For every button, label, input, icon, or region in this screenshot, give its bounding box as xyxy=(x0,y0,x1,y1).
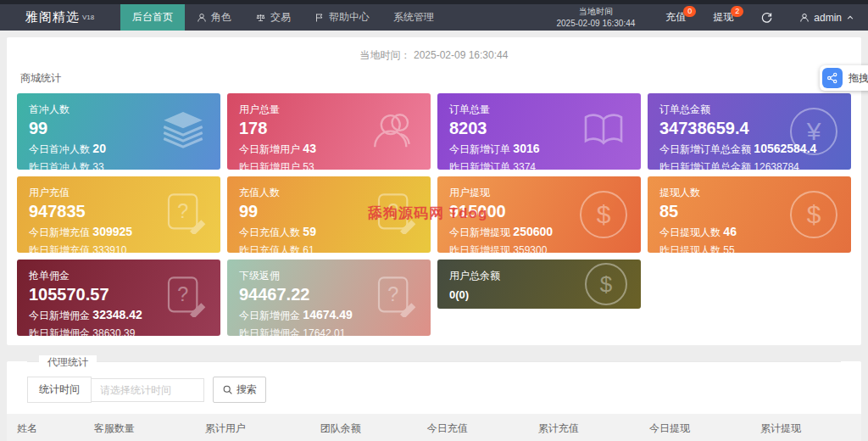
nav-item-label: 交易 xyxy=(270,10,291,25)
stat-yday-value: 38630.39 xyxy=(92,327,135,336)
stat-card-user-recharge[interactable]: 用户充值 947835 今日新增充值 309925 昨日新增充值 333910 … xyxy=(17,176,220,253)
nav-item-label: 角色 xyxy=(211,10,231,25)
stat-yday-label: 昨日首冲人数 xyxy=(29,161,90,170)
nav-item-help-center[interactable]: 帮助中心 xyxy=(303,4,381,31)
column-header: 姓名 xyxy=(7,414,84,441)
search-button[interactable]: 搜索 xyxy=(213,377,266,403)
stat-yesterday-line: 昨日新增充值 333910 xyxy=(29,243,209,253)
shop-stats-panel: 当地时间： 2025-02-09 16:30:44 商城统计 首冲人数 99 今… xyxy=(7,37,861,345)
stat-yday-value: 53 xyxy=(303,161,314,170)
stat-yesterday-line: 昨日新增佣金 38630.39 xyxy=(29,327,209,336)
stat-card-recharge-users[interactable]: 充值人数 99 今日充值人数 59 昨日充值人数 61 ? xyxy=(227,176,431,253)
stat-yday-value: 17642.01 xyxy=(303,327,345,336)
stat-yday-value: 12638784 xyxy=(754,161,798,170)
search-button-label: 搜索 xyxy=(236,382,257,397)
stat-today-label: 今日新增订单 xyxy=(449,143,510,155)
agent-table-header: 姓名 客服数量 累计用户 团队余额 今日充值 累计充值 今日提现 累计提现 xyxy=(7,414,861,441)
svg-text:?: ? xyxy=(177,200,188,222)
stat-yesterday-line: 昨日新增订单总金额 12638784 xyxy=(659,160,839,170)
stat-yday-value: 359300 xyxy=(513,244,547,253)
dollar-glyph: $ xyxy=(600,271,612,298)
stat-yday-value: 33 xyxy=(92,161,103,170)
svg-text:?: ? xyxy=(387,283,398,305)
stat-today-value: 14674.49 xyxy=(303,308,352,321)
nav-item-label: 系统管理 xyxy=(393,10,434,25)
stat-card-first-recharge-users[interactable]: 首冲人数 99 今日首冲人数 20 昨日首冲人数 33 xyxy=(17,93,220,170)
recharge-button[interactable]: 充值 0 xyxy=(652,4,699,31)
user-menu[interactable]: admin xyxy=(786,4,868,31)
chevron-up-icon xyxy=(846,14,854,22)
stat-yday-label: 昨日新增佣金 xyxy=(239,327,300,336)
stat-card-total-order-amount[interactable]: 订单总金额 34738659.4 今日新增订单总金额 10562584.4 昨日… xyxy=(648,93,851,170)
users-icon xyxy=(371,110,417,153)
navbar-right-group: 当地时间 2025-02-09 16:30:44 充值 0 提现 2 admin xyxy=(539,4,868,31)
flag-icon xyxy=(314,13,325,23)
withdraw-button[interactable]: 提现 2 xyxy=(699,4,747,31)
stat-yesterday-line: 昨日新增订单 3374 xyxy=(449,160,629,170)
dollar-circle-icon: $ xyxy=(580,191,627,238)
stat-time-label: 统计时间 xyxy=(27,377,92,403)
drag-handle[interactable]: 拖拽 xyxy=(820,65,868,91)
stat-yesterday-line: 昨日新增佣金 17642.01 xyxy=(239,327,419,336)
stat-yesterday-line: 昨日新增用户 53 xyxy=(239,160,419,170)
stat-yday-value: 61 xyxy=(303,244,314,253)
stat-today-label: 今日充值人数 xyxy=(239,226,300,238)
top-navbar: 雅阁精选 V18 后台首页 角色 交易 帮助中心 系统管理 当地时间 2025-… xyxy=(0,4,868,31)
doc-edit-icon: ? xyxy=(375,275,417,321)
stat-today-value: 20 xyxy=(92,142,106,155)
brand-name: 雅阁精选 xyxy=(25,9,80,25)
stat-yesterday-line: 昨日充值人数 61 xyxy=(239,243,419,253)
stat-today-value: 3016 xyxy=(513,142,539,155)
doc-edit-icon: ? xyxy=(164,192,207,237)
brand-version: V18 xyxy=(82,14,94,21)
stat-today-value: 32348.42 xyxy=(92,308,142,321)
local-time-value: 2025-02-09 16:30:44 xyxy=(556,18,635,30)
stat-time-input[interactable] xyxy=(92,378,204,402)
stat-today-label: 今日新增提现 xyxy=(449,226,510,238)
content-time-label: 当地时间： xyxy=(360,49,411,61)
user-icon xyxy=(197,13,207,23)
stat-card-grab-commission[interactable]: 抢单佣金 105570.57 今日新增佣金 32348.42 昨日新增佣金 38… xyxy=(17,260,220,336)
stat-card-total-orders[interactable]: 订单总量 8203 今日新增订单 3016 昨日新增订单 3374 xyxy=(437,93,641,170)
stat-card-user-total-balance[interactable]: 用户总余额 0(0) $ xyxy=(437,260,641,309)
column-header: 累计充值 xyxy=(528,414,639,441)
stat-card-user-withdraw[interactable]: 用户提现 915000 今日新增提现 250600 昨日新增提现 359300 … xyxy=(437,176,641,253)
dollar-circle-icon: $ xyxy=(585,263,627,305)
stat-card-total-users[interactable]: 用户总量 178 今日新增用户 43 昨日新增用户 53 xyxy=(227,93,431,170)
yen-glyph: ¥ xyxy=(807,117,821,146)
stat-today-value: 43 xyxy=(303,142,316,155)
column-header: 累计用户 xyxy=(195,414,310,441)
user-name: admin xyxy=(814,12,842,24)
local-time-label: 当地时间 xyxy=(556,6,635,18)
content-local-time: 当地时间： 2025-02-09 16:30:44 xyxy=(7,37,861,63)
stat-card-sub-rebate[interactable]: 下级返佣 94467.22 今日新增佣金 14674.49 昨日新增佣金 176… xyxy=(227,260,431,336)
svg-text:?: ? xyxy=(387,200,398,222)
refresh-button[interactable] xyxy=(747,4,786,31)
stat-yday-value: 333910 xyxy=(92,244,126,253)
column-header: 今日提现 xyxy=(639,414,750,441)
dollar-glyph: $ xyxy=(807,200,821,229)
column-header: 团队余额 xyxy=(310,414,417,441)
stat-today-label: 今日提现人数 xyxy=(659,226,721,238)
brand-logo: 雅阁精选 V18 xyxy=(0,4,120,31)
agent-search-row: 统计时间 搜索 xyxy=(27,377,841,403)
nav-item-trade[interactable]: 交易 xyxy=(243,4,303,31)
nav-item-roles[interactable]: 角色 xyxy=(185,4,243,31)
book-icon xyxy=(580,111,627,152)
column-header: 客服数量 xyxy=(84,414,195,441)
stat-today-label: 今日新增佣金 xyxy=(29,310,90,321)
share-nodes-icon xyxy=(822,68,843,88)
stat-yday-label: 昨日新增用户 xyxy=(239,161,300,170)
navbar-local-time: 当地时间 2025-02-09 16:30:44 xyxy=(539,4,652,31)
nav-item-system[interactable]: 系统管理 xyxy=(381,4,446,31)
agent-fieldset: 代理统计 xyxy=(27,361,841,363)
stat-yday-label: 昨日提现人数 xyxy=(659,244,721,253)
stat-yesterday-line: 昨日新增提现 359300 xyxy=(449,243,629,253)
nav-item-dashboard[interactable]: 后台首页 xyxy=(120,4,185,31)
stat-today-label: 今日首冲人数 xyxy=(29,143,90,155)
stat-card-withdraw-users[interactable]: 提现人数 85 今日提现人数 46 昨日提现人数 55 $ xyxy=(648,176,851,253)
stat-today-label: 今日新增佣金 xyxy=(239,310,300,321)
dollar-glyph: $ xyxy=(597,200,611,229)
layers-icon xyxy=(159,110,207,153)
recharge-badge: 0 xyxy=(683,6,696,17)
